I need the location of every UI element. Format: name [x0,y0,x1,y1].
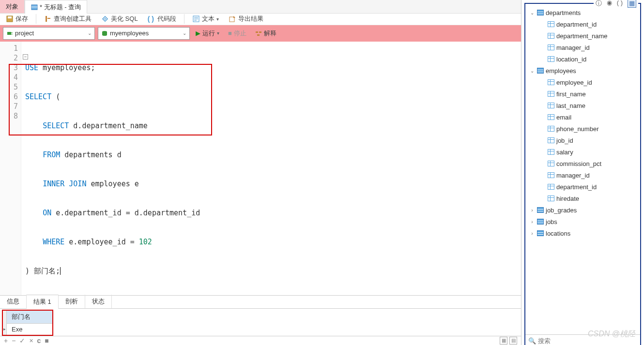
play-icon: ▶ [196,30,200,37]
table-icon [537,68,544,74]
column-icon [548,45,554,50]
explain-button[interactable]: 解释 [252,28,279,39]
column-icon [548,79,554,85]
tree-column-hiredate[interactable]: hiredate [527,193,638,204]
result-cell[interactable]: Exe [7,324,48,335]
row-marker[interactable]: ▸ [3,324,7,335]
chevron-down-icon[interactable]: ⌄ [529,10,535,15]
add-row-button[interactable]: + [4,337,8,345]
tab-query-label: * 无标题 - 查询 [40,3,81,12]
tree-column-department_id[interactable]: department_id [527,18,638,30]
tree-column-department_name[interactable]: department_name [527,30,638,42]
tree-column-first_name[interactable]: first_name [527,88,638,100]
schema-tree[interactable]: ⌄departmentsdepartment_iddepartment_name… [525,4,640,334]
code-area[interactable]: USE myemployees; SELECT ( SELECT d.depar… [21,42,521,295]
chevron-down-icon[interactable]: ⌄ [529,68,535,74]
column-icon [548,161,554,166]
tree-column-commission_pct[interactable]: commission_pct [527,158,638,169]
search-icon: 🔍 [528,337,536,345]
column-name-label: first_name [556,90,586,98]
text-button[interactable]: 文本▾ [190,14,221,24]
tab-query[interactable]: * 无标题 - 查询 [25,0,87,14]
tab-profile[interactable]: 剖析 [59,295,85,308]
form-view-button[interactable]: ▤ [509,337,517,345]
column-icon [548,126,554,132]
table-name-label: locations [546,230,570,237]
sql-editor[interactable]: 12345678 − USE myemployees; SELECT ( SEL… [0,42,521,295]
run-button[interactable]: ▶运行▾ [193,28,222,39]
table-name-label: departments [546,9,581,16]
line-gutter: 12345678 [0,42,21,295]
main-toolbar: 保存 查询创建工具 美化 SQL ( )代码段 文本▾ 导出结果 [0,14,521,25]
eye-view-icon[interactable]: ◉ [607,0,612,8]
database-combo[interactable]: myemployees ⌄ [98,27,190,40]
tab-info[interactable]: 信息 [0,295,27,308]
tree-column-employee_id[interactable]: employee_id [527,76,638,88]
connection-combo[interactable]: project ⌄ [3,27,95,40]
chevron-right-icon[interactable]: › [529,231,535,236]
query-builder-button[interactable]: 查询创建工具 [42,14,93,24]
svg-rect-5 [46,16,47,22]
column-name-label: department_id [556,183,597,191]
tree-column-department_id[interactable]: department_id [527,181,638,193]
plug-icon [6,30,13,37]
tree-column-location_id[interactable]: location_id [527,53,638,65]
svg-rect-15 [11,34,13,34]
column-icon [548,149,554,155]
chevron-down-icon: ⌄ [183,30,186,36]
table-icon [537,10,544,15]
chevron-right-icon[interactable]: › [529,208,535,213]
beautify-icon [101,15,109,23]
column-header[interactable]: 部门名 [7,311,52,324]
svg-rect-18 [259,31,261,33]
apply-button[interactable]: ✓ [19,337,25,345]
query-tab-icon [31,4,38,11]
export-button[interactable]: 导出结果 [227,14,265,24]
svg-rect-6 [47,18,50,19]
tree-column-phone_number[interactable]: phone_number [527,123,638,135]
tree-column-manager_id[interactable]: manager_id [527,169,638,181]
grid-view-button[interactable]: ▦ [500,337,507,345]
stop-icon: ■ [228,30,232,37]
column-name-label: last_name [556,102,585,109]
svg-rect-13 [7,32,11,35]
tree-column-job_id[interactable]: job_id [527,135,638,146]
search-input[interactable] [538,337,637,345]
stop-load-button[interactable]: ■ [45,337,48,345]
cancel-button[interactable]: × [29,337,33,345]
tab-objects[interactable]: 对象 [0,0,25,13]
info-view-icon[interactable]: ⓘ [596,0,602,8]
grid-view-icon[interactable]: ▦ [628,0,636,8]
column-icon [548,56,554,62]
tree-table-job_grades[interactable]: ›job_grades [527,204,638,216]
snippet-button[interactable]: ( )代码段 [146,14,178,24]
refresh-button[interactable]: c [37,337,41,345]
column-icon [548,114,554,120]
save-button[interactable]: 保存 [4,14,30,24]
result-tabs: 信息 结果 1 剖析 状态 [0,295,521,309]
builder-icon [44,15,52,23]
tree-column-email[interactable]: email [527,111,638,123]
column-icon [548,103,554,108]
column-name-label: hiredate [556,195,579,202]
tree-column-last_name[interactable]: last_name [527,100,638,111]
result-grid: 部门名 ▸ Exe [2,310,53,336]
tree-table-locations[interactable]: ›locations [527,227,638,239]
stop-button[interactable]: ■停止 [225,28,249,39]
table-icon [537,207,544,213]
tab-objects-label: 对象 [6,2,18,11]
beautify-button[interactable]: 美化 SQL [99,14,140,24]
tab-status[interactable]: 状态 [85,295,112,308]
schema-search[interactable]: 🔍 [525,334,640,345]
tree-table-jobs[interactable]: ›jobs [527,216,638,227]
tab-result1[interactable]: 结果 1 [27,295,59,309]
explain-icon [255,30,262,37]
paren-view-icon[interactable]: ( ) [617,0,623,8]
tree-column-salary[interactable]: salary [527,146,638,158]
column-name-label: location_id [556,56,586,63]
tree-column-manager_id[interactable]: manager_id [527,42,638,53]
tree-table-employees[interactable]: ⌄employees [527,65,638,76]
delete-row-button[interactable]: − [12,337,15,345]
schema-panel: ⌄departmentsdepartment_iddepartment_name… [524,3,641,345]
chevron-right-icon[interactable]: › [529,219,535,225]
